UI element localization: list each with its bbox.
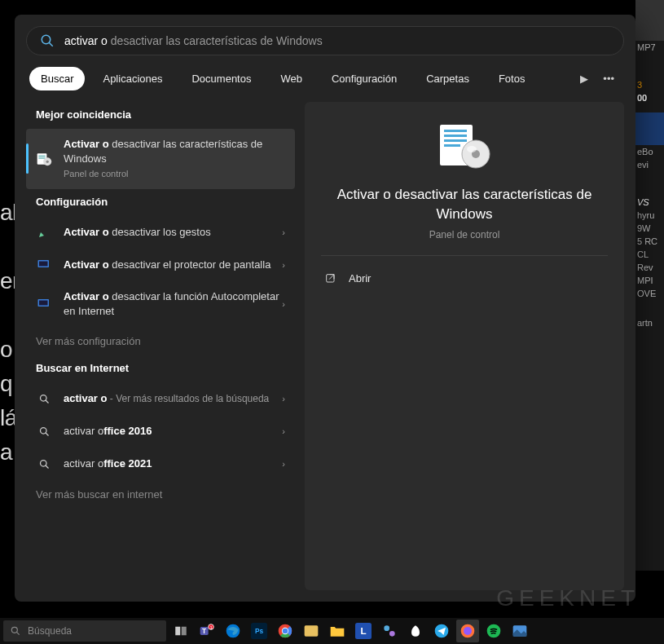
taskview-icon[interactable] bbox=[169, 620, 192, 642]
app-icon[interactable] bbox=[300, 620, 323, 642]
svg-point-25 bbox=[467, 146, 477, 152]
watermark: GEEKNET bbox=[496, 585, 640, 611]
search-icon bbox=[40, 33, 55, 48]
svg-line-12 bbox=[45, 399, 48, 403]
svg-text:L: L bbox=[360, 625, 366, 636]
svg-point-50 bbox=[464, 627, 472, 635]
firefox-icon[interactable] bbox=[456, 620, 479, 642]
windows-features-large-icon bbox=[437, 123, 492, 170]
preview-title: Activar o desactivar las características… bbox=[321, 185, 608, 224]
svg-point-6 bbox=[46, 161, 49, 163]
app-icon-3[interactable] bbox=[404, 620, 427, 642]
search-bar[interactable]: activar o desactivar las características… bbox=[26, 26, 624, 55]
pen-icon bbox=[36, 224, 52, 240]
tabs-next-icon[interactable]: ▶ bbox=[580, 73, 588, 85]
tab-buscar[interactable]: Buscar bbox=[29, 67, 85, 90]
svg-rect-30 bbox=[182, 627, 187, 636]
app-icon-2[interactable] bbox=[378, 620, 401, 642]
taskbar-search[interactable]: Búsqueda bbox=[3, 620, 166, 642]
result-web-general[interactable]: activar o - Ver más resultados de la bús… bbox=[26, 382, 295, 415]
chevron-right-icon: › bbox=[282, 227, 285, 237]
photoshop-icon[interactable]: Ps bbox=[248, 620, 270, 642]
preview-subtitle: Panel de control bbox=[429, 229, 500, 240]
spotify-icon[interactable] bbox=[482, 620, 505, 642]
link-more-config[interactable]: Ver más configuración bbox=[26, 327, 295, 355]
tabs-more-icon[interactable]: ••• bbox=[603, 73, 614, 85]
section-configuration: Configuración bbox=[26, 189, 295, 216]
explorer-icon[interactable] bbox=[326, 620, 349, 642]
result-config-autocomplete[interactable]: Activar o desactivar la función Autocomp… bbox=[26, 281, 295, 327]
svg-line-1 bbox=[49, 42, 53, 46]
photos-icon[interactable] bbox=[508, 620, 531, 642]
result-best-match[interactable]: Activar o desactivar las características… bbox=[26, 129, 295, 189]
result-web-office2021[interactable]: activar office 2021 › bbox=[26, 448, 295, 480]
tab-fotos[interactable]: Fotos bbox=[487, 67, 537, 90]
chevron-right-icon: › bbox=[282, 260, 285, 270]
tab-web[interactable]: Web bbox=[269, 67, 314, 90]
results-column: Mejor coincidencia Activar o desactivar … bbox=[26, 102, 295, 590]
section-search-web: Buscar en Internet bbox=[26, 355, 295, 382]
taskbar: Búsqueda T1 Ps L bbox=[0, 618, 664, 644]
telegram-icon[interactable] bbox=[430, 620, 453, 642]
background-sidebar: MP7 3 00 eBoevi VS hyru9W 5 RCCL RevMPI … bbox=[635, 0, 664, 571]
search-input[interactable]: activar o desactivar las características… bbox=[64, 34, 610, 47]
link-more-web[interactable]: Ver más buscar en internet bbox=[26, 480, 295, 509]
chrome-icon[interactable] bbox=[274, 620, 297, 642]
svg-point-42 bbox=[283, 629, 288, 634]
tabs-row: Buscar Aplicaciones Documentos Web Confi… bbox=[26, 67, 624, 90]
action-open[interactable]: Abrir bbox=[321, 266, 608, 292]
svg-rect-18 bbox=[444, 130, 467, 132]
search-icon bbox=[36, 390, 52, 407]
svg-rect-29 bbox=[175, 627, 180, 636]
svg-line-28 bbox=[16, 632, 20, 635]
svg-rect-8 bbox=[39, 261, 48, 266]
search-icon bbox=[36, 456, 52, 472]
preview-pane: Activar o desactivar las características… bbox=[305, 102, 624, 590]
open-icon bbox=[324, 272, 337, 285]
svg-point-47 bbox=[389, 631, 395, 637]
result-config-screensaver[interactable]: Activar o desactivar el protector de pan… bbox=[26, 249, 295, 281]
monitor-icon bbox=[36, 296, 52, 312]
divider bbox=[321, 255, 608, 256]
app-l-icon[interactable]: L bbox=[352, 620, 375, 642]
chevron-right-icon: › bbox=[282, 426, 285, 436]
tab-carpetas[interactable]: Carpetas bbox=[415, 67, 481, 90]
tab-aplicaciones[interactable]: Aplicaciones bbox=[91, 67, 174, 90]
svg-text:Ps: Ps bbox=[255, 627, 264, 635]
teams-icon[interactable]: T1 bbox=[196, 620, 218, 642]
tab-documentos[interactable]: Documentos bbox=[180, 67, 262, 90]
svg-rect-3 bbox=[38, 156, 45, 157]
svg-rect-20 bbox=[444, 139, 467, 142]
chevron-right-icon: › bbox=[282, 459, 285, 469]
monitor-icon bbox=[36, 257, 52, 273]
svg-rect-19 bbox=[444, 135, 467, 137]
chevron-right-icon: › bbox=[282, 299, 285, 309]
svg-line-16 bbox=[45, 465, 48, 468]
svg-point-0 bbox=[42, 35, 51, 44]
result-web-office2016[interactable]: activar office 2016 › bbox=[26, 415, 295, 448]
svg-text:T: T bbox=[202, 627, 206, 635]
search-icon bbox=[10, 625, 21, 637]
svg-line-14 bbox=[45, 432, 48, 435]
windows-features-icon bbox=[36, 151, 52, 167]
tab-configuracion[interactable]: Configuración bbox=[320, 67, 408, 90]
result-config-gestures[interactable]: Activar o desactivar los gestos › bbox=[26, 216, 295, 249]
svg-rect-4 bbox=[38, 157, 45, 158]
svg-point-46 bbox=[384, 625, 389, 631]
svg-rect-21 bbox=[444, 144, 460, 147]
section-best-match: Mejor coincidencia bbox=[26, 102, 295, 129]
search-window: activar o desactivar las características… bbox=[15, 15, 635, 602]
svg-rect-43 bbox=[305, 625, 319, 636]
edge-icon[interactable] bbox=[222, 620, 244, 642]
svg-text:1: 1 bbox=[209, 625, 212, 630]
search-icon bbox=[36, 423, 52, 439]
svg-rect-10 bbox=[39, 300, 48, 305]
chevron-right-icon: › bbox=[282, 394, 285, 404]
